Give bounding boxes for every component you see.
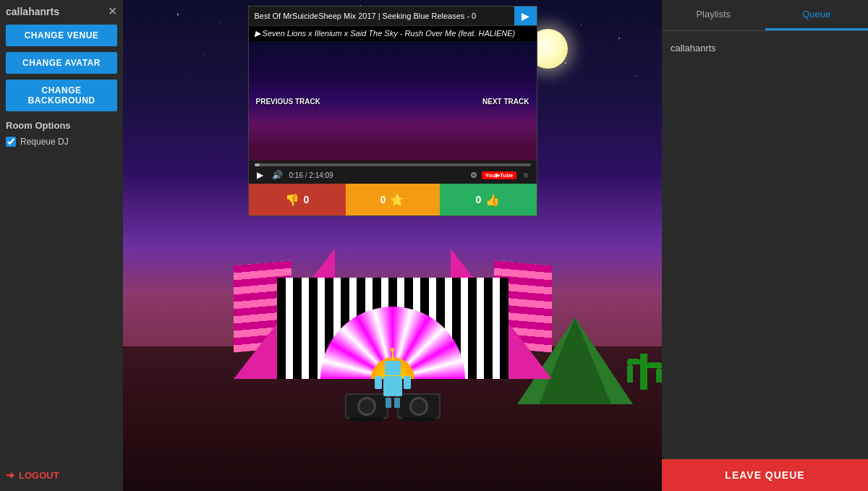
avatar-arm-right (404, 376, 411, 389)
leave-queue-button[interactable]: LEAVE QUEUE (662, 459, 868, 491)
requeue-dj-checkbox[interactable] (6, 137, 16, 147)
logout-arrow-icon: ➜ (6, 469, 14, 481)
progress-bar[interactable] (255, 163, 531, 166)
avatar-legs (386, 398, 400, 408)
tab-playlists[interactable]: Playlists (662, 0, 765, 30)
cactus-arm-right (656, 368, 662, 383)
settings-icon[interactable]: ⚙ (470, 171, 477, 180)
time-display: 0:16 / 2:14:09 (289, 171, 467, 179)
video-screen: PREVIOUS TRACK NEXT TRACK (249, 41, 537, 161)
sidebar-title: callahanrts (6, 6, 59, 17)
dislike-count: 0 (304, 194, 310, 205)
play-button[interactable]: ▶ (255, 169, 265, 181)
time-current: 0:16 (289, 171, 303, 179)
requeue-dj-row[interactable]: Requeue DJ (6, 137, 117, 147)
avatar-head (385, 361, 401, 375)
change-avatar-button[interactable]: CHANGE AVATAR (6, 52, 117, 74)
avatar-leg-right (394, 398, 400, 408)
video-subtitle: ▶ Seven Lions x Illenium x Said The Sky … (249, 26, 537, 41)
video-title-bar: Best Of MrSuicideSheep Mix 2017 | Seekin… (249, 7, 537, 26)
video-controls: ▶ 🔊 0:16 / 2:14:09 ⚙ You▶Tube ◾ (249, 161, 537, 184)
video-player: Best Of MrSuicideSheep Mix 2017 | Seekin… (248, 6, 537, 216)
dislike-icon: 👎 (285, 193, 299, 207)
right-tabs: Playlists Queue (662, 0, 868, 31)
change-background-button[interactable]: CHANGE BACKGROUND (6, 80, 117, 111)
cast-icon[interactable]: ◾ (521, 171, 531, 180)
close-button[interactable]: ✕ (108, 6, 117, 17)
avatar-arm-left (375, 376, 382, 389)
queue-content: callahanrts (662, 31, 868, 459)
avatar-character (375, 348, 411, 408)
vote-row: 👎 0 0 ⭐ 0 👍 (249, 184, 537, 215)
change-venue-button[interactable]: CHANGE VENUE (6, 25, 117, 46)
video-next-button[interactable]: ▶ (514, 7, 537, 25)
prev-track-label[interactable]: PREVIOUS TRACK (256, 97, 320, 105)
video-nav: PREVIOUS TRACK NEXT TRACK (249, 97, 537, 105)
woot-button[interactable]: 0 ⭐ (346, 184, 440, 215)
requeue-dj-label: Requeue DJ (20, 137, 69, 147)
main-venue: Best Of MrSuicideSheep Mix 2017 | Seekin… (123, 0, 662, 491)
like-button[interactable]: 0 👍 (440, 184, 537, 215)
avatar-body (383, 376, 402, 396)
like-icon: 👍 (485, 193, 500, 207)
woot-count: 0 (380, 194, 386, 205)
next-track-label[interactable]: NEXT TRACK (482, 97, 529, 105)
deck-base-right (402, 417, 435, 422)
woot-icon: ⭐ (390, 193, 404, 207)
cactus-decoration (640, 354, 647, 390)
logout-button[interactable]: ➜ LOGOUT (6, 469, 59, 481)
video-title: Best Of MrSuicideSheep Mix 2017 | Seekin… (249, 8, 514, 24)
logout-label: LOGOUT (19, 470, 59, 481)
controls-row: ▶ 🔊 0:16 / 2:14:09 ⚙ You▶Tube ◾ (255, 169, 531, 181)
sidebar-header: callahanrts ✕ (6, 6, 117, 17)
youtube-badge: You▶Tube (482, 171, 516, 179)
sidebar: callahanrts ✕ CHANGE VENUE CHANGE AVATAR… (0, 0, 123, 491)
dislike-button[interactable]: 👎 0 (249, 184, 346, 215)
cactus-trunk (640, 354, 647, 390)
progress-bar-fill (255, 163, 260, 166)
room-options-label: Room Options (6, 120, 117, 131)
right-panel: Playlists Queue callahanrts LEAVE QUEUE (662, 0, 868, 491)
deck-base-left (350, 417, 383, 422)
like-count: 0 (476, 194, 482, 205)
avatar-leg-left (386, 398, 391, 408)
queue-user-item: callahanrts (671, 40, 859, 56)
time-total: 2:14:09 (309, 171, 333, 179)
cactus-arm-left (627, 364, 633, 383)
volume-button[interactable]: 🔊 (270, 169, 285, 181)
tab-queue[interactable]: Queue (765, 0, 869, 30)
